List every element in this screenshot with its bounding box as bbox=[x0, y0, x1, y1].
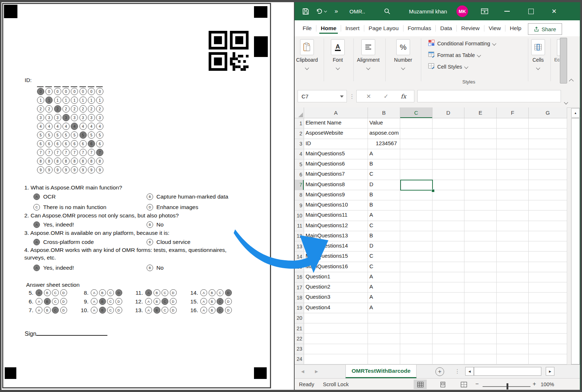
styles-item-cell-styles[interactable]: Cell Styles bbox=[428, 62, 468, 71]
cell-B20[interactable] bbox=[368, 313, 400, 323]
cell-F15[interactable] bbox=[497, 262, 529, 272]
cell-D2[interactable] bbox=[433, 128, 464, 139]
cell-G23[interactable] bbox=[529, 344, 567, 354]
cell-B22[interactable] bbox=[368, 334, 400, 344]
cell-B12[interactable]: B bbox=[368, 231, 400, 241]
normal-view-button[interactable] bbox=[414, 380, 427, 389]
cell-F1[interactable] bbox=[497, 118, 529, 128]
cell-G5[interactable] bbox=[529, 159, 567, 170]
cell-E4[interactable] bbox=[464, 149, 497, 159]
ribbon-scrollbar[interactable] bbox=[560, 38, 567, 83]
column-header-F[interactable]: F bbox=[497, 107, 529, 118]
cell-C15[interactable] bbox=[400, 262, 433, 272]
cell-B8[interactable]: B bbox=[368, 190, 400, 200]
cell-G8[interactable] bbox=[529, 190, 567, 200]
cell-B23[interactable] bbox=[368, 344, 400, 354]
cell-B24[interactable] bbox=[368, 354, 400, 364]
cell-F21[interactable] bbox=[497, 323, 529, 334]
cell-B5[interactable]: B bbox=[368, 159, 400, 170]
cell-F17[interactable] bbox=[497, 282, 529, 293]
cell-F14[interactable] bbox=[497, 252, 529, 262]
formula-bar-dots-icon[interactable]: ⋮ bbox=[349, 90, 355, 102]
more-commands-icon[interactable]: » bbox=[335, 2, 338, 20]
row-header-5[interactable]: 5 bbox=[295, 159, 304, 170]
cell-E3[interactable] bbox=[464, 139, 497, 149]
row-header-18[interactable]: 18 bbox=[295, 293, 304, 303]
select-all-corner[interactable] bbox=[295, 107, 304, 118]
cell-A10[interactable]: MainQuestions11 bbox=[304, 211, 368, 221]
cell-G12[interactable] bbox=[529, 231, 567, 241]
cell-A15[interactable]: MainQuestions16 bbox=[304, 262, 368, 272]
cell-F9[interactable] bbox=[497, 200, 529, 211]
account-user-name[interactable]: Muzammil khan bbox=[409, 2, 447, 20]
cell-F22[interactable] bbox=[497, 334, 529, 344]
cell-E13[interactable] bbox=[464, 241, 497, 252]
vscroll-up-button[interactable]: ▲ bbox=[571, 108, 580, 118]
cell-B1[interactable]: Value bbox=[368, 118, 400, 128]
cell-D20[interactable] bbox=[433, 313, 464, 323]
cell-G6[interactable] bbox=[529, 170, 567, 180]
cell-D9[interactable] bbox=[433, 200, 464, 211]
share-button[interactable]: Share bbox=[528, 23, 562, 35]
cell-F19[interactable] bbox=[497, 303, 529, 313]
cell-D10[interactable] bbox=[433, 211, 464, 221]
cell-F10[interactable] bbox=[497, 211, 529, 221]
cell-G7[interactable] bbox=[529, 180, 567, 190]
cell-A21[interactable] bbox=[304, 323, 368, 334]
cell-C20[interactable] bbox=[400, 313, 433, 323]
cell-A18[interactable]: Question3 bbox=[304, 293, 368, 303]
ribbon-tab-review[interactable]: Review bbox=[457, 21, 484, 36]
cell-D3[interactable] bbox=[433, 139, 464, 149]
row-header-23[interactable]: 23 bbox=[295, 344, 304, 354]
hscroll-left-button[interactable]: ◀ bbox=[465, 367, 474, 376]
ribbon-tab-data[interactable]: Data bbox=[436, 21, 456, 36]
cell-G4[interactable] bbox=[529, 149, 567, 159]
cell-D5[interactable] bbox=[433, 159, 464, 170]
cell-A3[interactable]: ID bbox=[304, 139, 368, 149]
search-icon[interactable] bbox=[384, 2, 391, 20]
cell-E7[interactable] bbox=[464, 180, 497, 190]
cell-G15[interactable] bbox=[529, 262, 567, 272]
cell-A13[interactable]: MainQuestions14 bbox=[304, 241, 368, 252]
cell-D15[interactable] bbox=[433, 262, 464, 272]
cell-D17[interactable] bbox=[433, 282, 464, 293]
row-header-1[interactable]: 1 bbox=[295, 118, 304, 128]
column-header-A[interactable]: A bbox=[304, 107, 368, 118]
cell-C10[interactable] bbox=[400, 211, 433, 221]
row-header-12[interactable]: 12 bbox=[295, 231, 304, 241]
cell-C8[interactable] bbox=[400, 190, 433, 200]
cell-C18[interactable] bbox=[400, 293, 433, 303]
cell-A9[interactable]: MainQuestions10 bbox=[304, 200, 368, 211]
cell-E16[interactable] bbox=[464, 272, 497, 282]
cell-A8[interactable]: MainQuestions9 bbox=[304, 190, 368, 200]
ribbon-tab-formulas[interactable]: Formulas bbox=[403, 21, 436, 36]
cell-D18[interactable] bbox=[433, 293, 464, 303]
cell-C6[interactable] bbox=[400, 170, 433, 180]
cell-F2[interactable] bbox=[497, 128, 529, 139]
cell-E11[interactable] bbox=[464, 221, 497, 231]
cell-G9[interactable] bbox=[529, 200, 567, 211]
row-header-19[interactable]: 19 bbox=[295, 303, 304, 313]
cell-G24[interactable] bbox=[529, 354, 567, 364]
cell-F4[interactable] bbox=[497, 149, 529, 159]
cell-G10[interactable] bbox=[529, 211, 567, 221]
collapse-ribbon-icon[interactable] bbox=[570, 78, 573, 84]
cell-F7[interactable] bbox=[497, 180, 529, 190]
cell-F18[interactable] bbox=[497, 293, 529, 303]
cell-B2[interactable]: aspose.com bbox=[368, 128, 400, 139]
row-header-6[interactable]: 6 bbox=[295, 170, 304, 180]
ribbon-tab-view[interactable]: View bbox=[484, 21, 505, 36]
cell-F20[interactable] bbox=[497, 313, 529, 323]
cell-G18[interactable] bbox=[529, 293, 567, 303]
cell-B3[interactable]: 1234567 bbox=[368, 139, 400, 149]
cell-E24[interactable] bbox=[464, 354, 497, 364]
font-group-button[interactable]: A Font bbox=[326, 39, 350, 71]
cell-C9[interactable] bbox=[400, 200, 433, 211]
cell-B11[interactable]: C bbox=[368, 221, 400, 231]
formula-input[interactable] bbox=[417, 90, 561, 102]
name-box[interactable]: C7 bbox=[298, 90, 347, 102]
cell-E10[interactable] bbox=[464, 211, 497, 221]
cell-F23[interactable] bbox=[497, 344, 529, 354]
cell-E1[interactable] bbox=[464, 118, 497, 128]
ribbon-tab-insert[interactable]: Insert bbox=[341, 21, 364, 36]
